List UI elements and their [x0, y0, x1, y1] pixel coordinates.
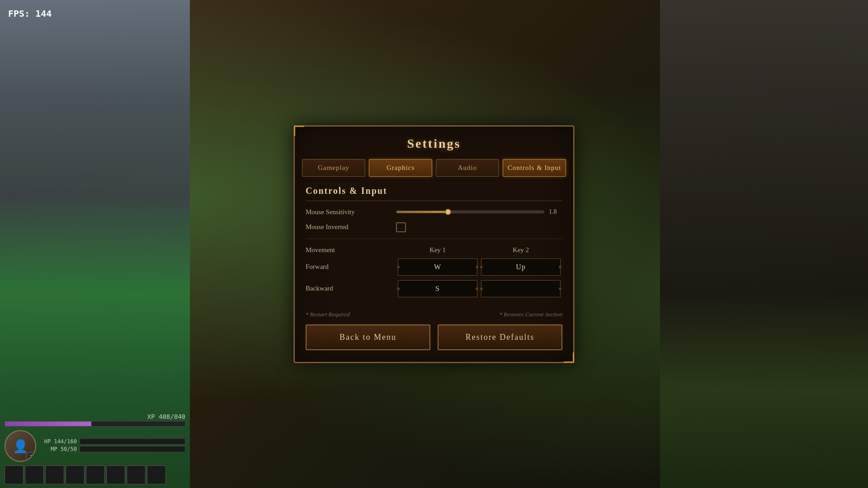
- settings-footer: * Restart Required * Restores Current Se…: [295, 306, 573, 362]
- tabs-row: Gameplay Graphics Audio Controls & Input: [295, 159, 573, 177]
- mouse-sensitivity-track[interactable]: [396, 211, 544, 213]
- content-divider: [306, 239, 562, 239]
- mouse-sensitivity-slider-container: 1.8: [396, 208, 562, 216]
- mouse-sensitivity-label: Mouse Sensitivity: [306, 208, 396, 216]
- key2-header: Key 2: [479, 246, 562, 254]
- restart-note: * Restart Required: [306, 311, 350, 318]
- restore-defaults-button[interactable]: Restore Defaults: [438, 324, 562, 350]
- settings-content: Controls & Input Mouse Sensitivity 1.8 M…: [295, 186, 573, 297]
- backward-keybind-row: Backward S: [306, 280, 562, 297]
- restore-note: * Restores Current Section: [500, 311, 563, 318]
- tab-graphics[interactable]: Graphics: [369, 159, 432, 177]
- key1-header: Key 1: [396, 246, 479, 254]
- mouse-sensitivity-fill: [396, 211, 448, 213]
- backward-key1[interactable]: S: [398, 280, 477, 297]
- forward-label: Forward: [306, 263, 396, 271]
- mouse-inverted-label: Mouse Inverted: [306, 223, 396, 231]
- settings-dialog: Settings Gameplay Graphics Audio Control…: [294, 126, 574, 363]
- settings-overlay: Settings Gameplay Graphics Audio Control…: [0, 0, 868, 488]
- settings-title: Settings: [295, 127, 573, 159]
- mouse-inverted-checkbox[interactable]: [396, 222, 406, 232]
- forward-keybind-row: Forward W Up: [306, 258, 562, 276]
- footer-buttons: Back to Menu Restore Defaults: [306, 324, 562, 357]
- movement-header: Movement Key 1 Key 2: [306, 246, 562, 254]
- mouse-inverted-row: Mouse Inverted: [306, 222, 562, 232]
- movement-section-label: Movement: [306, 246, 396, 254]
- mouse-sensitivity-value: 1.8: [549, 208, 562, 216]
- footer-notes: * Restart Required * Restores Current Se…: [306, 311, 562, 318]
- tab-controls[interactable]: Controls & Input: [503, 159, 566, 177]
- mouse-sensitivity-thumb[interactable]: [445, 209, 451, 215]
- section-title: Controls & Input: [306, 186, 562, 201]
- mouse-sensitivity-row: Mouse Sensitivity 1.8: [306, 208, 562, 216]
- backward-key2[interactable]: [481, 280, 561, 297]
- tab-gameplay[interactable]: Gameplay: [302, 159, 365, 177]
- forward-key2[interactable]: Up: [481, 258, 561, 276]
- backward-label: Backward: [306, 285, 396, 292]
- back-to-menu-button[interactable]: Back to Menu: [306, 324, 430, 350]
- forward-key1[interactable]: W: [398, 258, 477, 276]
- tab-audio[interactable]: Audio: [436, 159, 499, 177]
